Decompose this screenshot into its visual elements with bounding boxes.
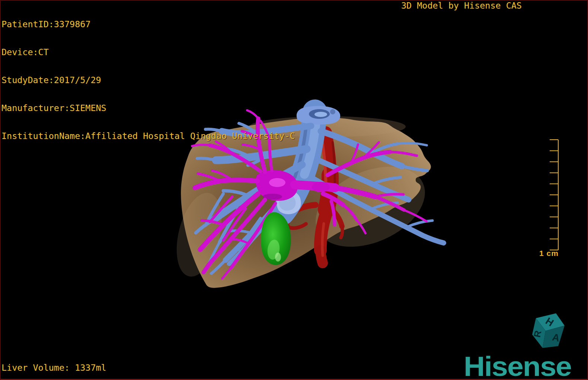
scale-ruler-label: 1 cm: [539, 249, 559, 258]
institution-line: InstitutionName:Affiliated Hospital Qing…: [1, 132, 295, 141]
orientation-cube[interactable]: H R A: [531, 313, 565, 348]
scale-ruler: [550, 140, 558, 250]
device-line: Device:CT: [1, 48, 295, 57]
app-watermark: 3D Model by Hisense CAS: [401, 1, 522, 10]
study-date-line: StudyDate:2017/5/29: [1, 76, 295, 85]
patient-id-line: PatientID:3379867: [1, 20, 295, 29]
hisense-logo-text: Hisense: [464, 351, 571, 380]
manufacturer-line: Manufacturer:SIEMENS: [1, 104, 295, 113]
liver-volume-readout: Liver Volume: 1337ml: [1, 363, 106, 373]
patient-info-block: PatientID:3379867 Device:CT StudyDate:20…: [1, 1, 295, 150]
